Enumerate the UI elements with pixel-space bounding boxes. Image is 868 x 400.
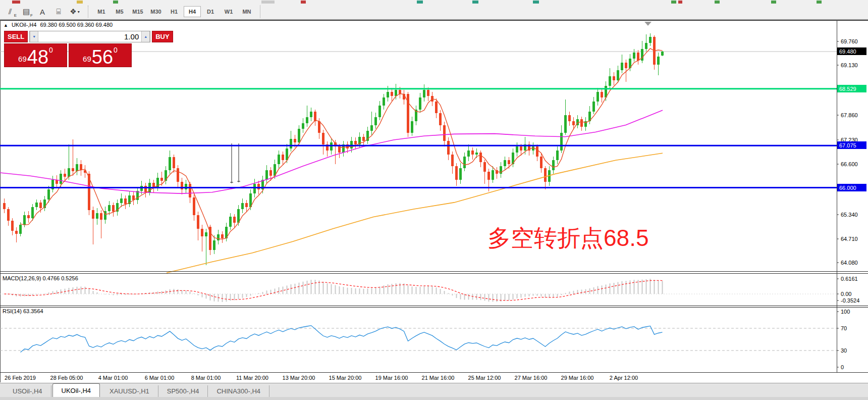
chart-tabs: USOil-,H4UKOil-,H4XAUUSD-,H1SP500-,H4CHI…: [0, 383, 868, 397]
candle-body: [330, 142, 333, 150]
sell-button[interactable]: SELL: [4, 31, 28, 42]
candle-body: [568, 115, 571, 121]
fast-ma-line: [21, 48, 663, 239]
candle-body: [314, 112, 316, 121]
time-axis-label: 11 Mar 20:00: [236, 375, 268, 381]
candle-body: [241, 203, 244, 209]
volume-input[interactable]: [38, 31, 141, 42]
price-badge-label: 68.529: [839, 86, 856, 92]
candle-body: [407, 94, 409, 133]
candle-body: [257, 184, 260, 190]
candle-body: [35, 203, 38, 207]
candle-body: [492, 170, 494, 180]
candle-body: [19, 225, 22, 234]
price-axis-label: 69.760: [841, 38, 858, 44]
candle-body: [564, 115, 567, 133]
candle-body: [64, 174, 66, 176]
chart-tab-xauusd-h1[interactable]: XAUUSD-,H1: [101, 385, 158, 397]
candle-body: [399, 90, 401, 94]
candle-body: [447, 141, 450, 155]
collapse-arrow-icon[interactable]: ▲: [4, 23, 8, 28]
up-arrow-icon: ▲: [144, 35, 147, 38]
candle-body: [487, 172, 490, 179]
candle-body: [520, 146, 522, 151]
chart-ohlc-values: 69.380 69.500 69.360 69.480: [40, 22, 113, 28]
volume-decrease-button[interactable]: ▼: [30, 31, 38, 42]
chart-tab-china300-h4[interactable]: CHINA300-,H4: [208, 385, 269, 397]
volume-stepper: ▼ ▲: [29, 31, 150, 42]
time-axis-label: 4 Mar 01:00: [98, 375, 128, 381]
candle-body: [649, 37, 652, 43]
candle-body: [387, 92, 389, 98]
candle-body: [572, 121, 575, 125]
time-axis-label: 2 Apr 12:00: [610, 375, 638, 381]
candle-body: [72, 168, 74, 171]
candle-body: [471, 151, 474, 155]
candle-body: [197, 215, 199, 229]
candle-body: [302, 123, 304, 129]
toolbar-bottom-edge: [0, 19, 868, 20]
candle-body: [544, 168, 547, 182]
sell-price-sup: 0: [49, 46, 53, 54]
volume-increase-button[interactable]: ▲: [141, 31, 150, 42]
candle-body: [391, 92, 393, 96]
candle-body: [463, 157, 466, 168]
candle-body: [427, 90, 429, 96]
candle-body: [269, 170, 272, 176]
candle-body: [580, 119, 583, 127]
time-axis-label: 25 Mar 12:00: [468, 375, 501, 381]
rsi-axis-label: 70: [841, 325, 847, 331]
candle-body: [185, 184, 187, 190]
trading-terminal: ⫽E▤FA⌸❖▾ M1M5M15M30H1H4D1W1MN 多空转折点68.56…: [0, 0, 868, 400]
candle-body: [76, 164, 78, 171]
candle-body: [15, 231, 18, 234]
candle-body: [80, 164, 82, 170]
candle-body: [217, 234, 220, 240]
candle-body: [229, 217, 232, 226]
price-axis-label: 69.130: [841, 62, 858, 68]
macd-indicator-label: MACD(12,26,9) 0.4766 0.5256: [3, 275, 78, 281]
candle-body: [221, 234, 224, 238]
one-click-trading-panel: SELL ▼ ▲ BUY 69480 69560: [4, 31, 132, 67]
candle-body: [160, 178, 163, 180]
candle-body: [435, 102, 438, 113]
candle-body: [193, 197, 195, 215]
buy-button[interactable]: BUY: [152, 31, 173, 42]
rsi-axis-label: 100: [841, 309, 850, 315]
price-axis-label: 66.600: [841, 161, 858, 167]
time-axis-label: 26 Feb 2019: [5, 375, 36, 381]
candle-body: [633, 53, 635, 59]
time-axis-label: 13 Mar 20:00: [283, 375, 315, 381]
chart-tab-ukoil-h4[interactable]: UKOil-,H4: [52, 383, 100, 397]
candle-body: [378, 106, 381, 117]
candle-body: [475, 153, 478, 155]
candle-body: [68, 168, 70, 177]
sell-price-display[interactable]: 69480: [4, 43, 67, 67]
buy-price-display[interactable]: 69560: [69, 43, 132, 67]
chart-tab-usoil-h4[interactable]: USOil-,H4: [4, 385, 51, 397]
candle-body: [362, 137, 365, 141]
macd-signal-line: [5, 280, 663, 301]
slow-ma-line: [167, 153, 663, 273]
sell-price-big: 48: [27, 49, 48, 65]
buy-price-prefix: 69: [83, 55, 91, 63]
candle-body: [108, 205, 111, 211]
candle-body: [350, 141, 353, 148]
chart-tab-sp500-h4[interactable]: SP500-,H4: [158, 385, 208, 397]
candle-body: [47, 189, 50, 199]
rsi-axis-label: 30: [841, 347, 847, 354]
candle-body: [3, 203, 6, 209]
window-bottom-strip: [0, 397, 868, 400]
price-badge-label: 67.075: [839, 142, 856, 148]
candle-body: [617, 70, 619, 80]
macd-axis-label: 0.00: [841, 291, 851, 297]
candle-body: [479, 153, 482, 162]
candle-body: [278, 155, 280, 164]
candle-body: [516, 146, 518, 153]
candle-body: [621, 63, 623, 70]
candle-body: [23, 215, 26, 225]
candle-body: [233, 217, 236, 223]
price-axis-label: 65.340: [841, 212, 858, 218]
candle-body: [7, 209, 10, 221]
candle-body: [556, 151, 559, 160]
